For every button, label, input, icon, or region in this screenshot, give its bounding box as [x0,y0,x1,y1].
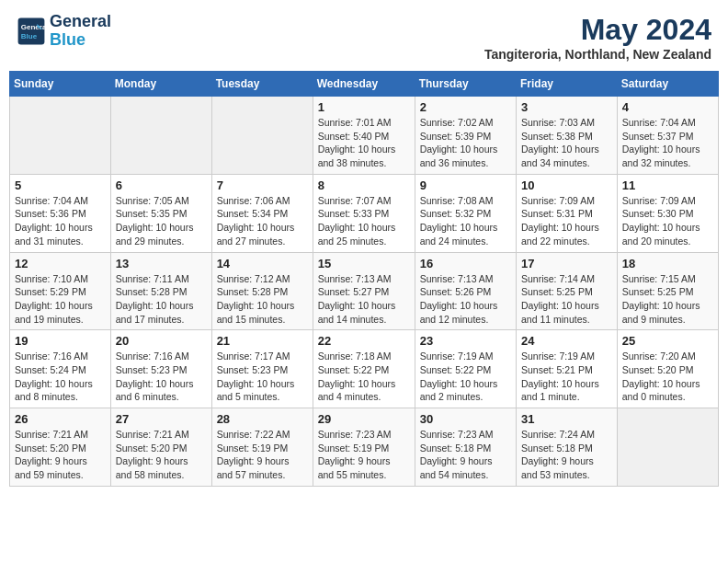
calendar-cell: 10Sunrise: 7:09 AM Sunset: 5:31 PM Dayli… [517,174,618,252]
day-info: Sunrise: 7:16 AM Sunset: 5:23 PM Dayligh… [116,350,207,404]
calendar-cell: 27Sunrise: 7:21 AM Sunset: 5:20 PM Dayli… [110,408,211,487]
day-info: Sunrise: 7:18 AM Sunset: 5:22 PM Dayligh… [318,350,410,404]
calendar-cell: 19Sunrise: 7:16 AM Sunset: 5:24 PM Dayli… [10,330,111,408]
day-info: Sunrise: 7:14 AM Sunset: 5:25 PM Dayligh… [521,272,612,327]
day-info: Sunrise: 7:20 AM Sunset: 5:20 PM Dayligh… [622,350,713,404]
day-info: Sunrise: 7:10 AM Sunset: 5:29 PM Dayligh… [15,272,106,327]
day-info: Sunrise: 7:06 AM Sunset: 5:34 PM Dayligh… [217,194,308,248]
day-number: 21 [217,334,308,348]
calendar-cell: 21Sunrise: 7:17 AM Sunset: 5:23 PM Dayli… [211,330,313,408]
calendar-cell: 9Sunrise: 7:08 AM Sunset: 5:32 PM Daylig… [415,174,516,252]
day-number: 27 [116,412,207,426]
day-info: Sunrise: 7:16 AM Sunset: 5:24 PM Dayligh… [15,350,106,404]
day-number: 17 [521,257,612,270]
day-info: Sunrise: 7:13 AM Sunset: 5:26 PM Dayligh… [420,272,511,327]
calendar-cell [617,408,718,487]
calendar-cell: 30Sunrise: 7:23 AM Sunset: 5:18 PM Dayli… [415,408,516,487]
day-info: Sunrise: 7:13 AM Sunset: 5:27 PM Dayligh… [318,272,410,327]
day-number: 11 [622,178,713,192]
day-info: Sunrise: 7:09 AM Sunset: 5:31 PM Dayligh… [521,194,612,248]
day-info: Sunrise: 7:02 AM Sunset: 5:39 PM Dayligh… [420,116,511,170]
calendar-cell: 5Sunrise: 7:04 AM Sunset: 5:36 PM Daylig… [10,174,111,252]
day-info: Sunrise: 7:09 AM Sunset: 5:30 PM Dayligh… [622,194,713,248]
day-number: 16 [420,257,511,270]
day-number: 30 [420,412,511,426]
logo-line1: General [50,13,111,31]
day-info: Sunrise: 7:19 AM Sunset: 5:21 PM Dayligh… [521,350,612,404]
calendar-cell [10,97,111,175]
day-info: Sunrise: 7:04 AM Sunset: 5:37 PM Dayligh… [622,116,713,170]
calendar-cell: 26Sunrise: 7:21 AM Sunset: 5:20 PM Dayli… [10,408,111,487]
calendar-week-row: 26Sunrise: 7:21 AM Sunset: 5:20 PM Dayli… [10,408,719,487]
day-info: Sunrise: 7:17 AM Sunset: 5:23 PM Dayligh… [217,350,308,404]
calendar-cell: 13Sunrise: 7:11 AM Sunset: 5:28 PM Dayli… [110,252,211,330]
day-info: Sunrise: 7:01 AM Sunset: 5:40 PM Dayligh… [318,116,410,170]
calendar-cell: 16Sunrise: 7:13 AM Sunset: 5:26 PM Dayli… [415,252,516,330]
day-number: 15 [318,257,410,270]
day-number: 18 [622,257,713,270]
day-number: 7 [217,178,308,192]
title-block: May 2024 Tangiteroria, Northland, New Ze… [484,13,711,62]
calendar-cell: 24Sunrise: 7:19 AM Sunset: 5:21 PM Dayli… [517,330,618,408]
calendar-cell [110,97,211,175]
calendar-cell: 29Sunrise: 7:23 AM Sunset: 5:19 PM Dayli… [313,408,415,487]
day-info: Sunrise: 7:21 AM Sunset: 5:20 PM Dayligh… [15,428,106,482]
calendar-cell: 14Sunrise: 7:12 AM Sunset: 5:28 PM Dayli… [211,252,313,330]
calendar-cell: 3Sunrise: 7:03 AM Sunset: 5:38 PM Daylig… [517,97,618,175]
logo: General Blue General Blue [17,13,111,50]
day-info: Sunrise: 7:19 AM Sunset: 5:22 PM Dayligh… [420,350,511,404]
location: Tangiteroria, Northland, New Zealand [484,47,711,62]
svg-text:Blue: Blue [21,32,38,40]
calendar-header-row: SundayMondayTuesdayWednesdayThursdayFrid… [10,72,719,97]
weekday-header: Monday [110,72,211,97]
page-header: General Blue General Blue May 2024 Tangi… [9,9,719,65]
day-info: Sunrise: 7:23 AM Sunset: 5:19 PM Dayligh… [318,428,410,482]
weekday-header: Sunday [10,72,111,97]
day-number: 6 [116,178,207,192]
day-number: 19 [15,334,106,348]
day-number: 24 [521,334,612,348]
calendar-cell: 1Sunrise: 7:01 AM Sunset: 5:40 PM Daylig… [313,97,415,175]
calendar-cell: 6Sunrise: 7:05 AM Sunset: 5:35 PM Daylig… [110,174,211,252]
calendar-table: SundayMondayTuesdayWednesdayThursdayFrid… [9,71,719,487]
day-info: Sunrise: 7:07 AM Sunset: 5:33 PM Dayligh… [318,194,410,248]
calendar-cell: 2Sunrise: 7:02 AM Sunset: 5:39 PM Daylig… [415,97,516,175]
logo-line2: Blue [50,31,111,50]
day-number: 23 [420,334,511,348]
calendar-cell: 20Sunrise: 7:16 AM Sunset: 5:23 PM Dayli… [110,330,211,408]
day-info: Sunrise: 7:21 AM Sunset: 5:20 PM Dayligh… [116,428,207,482]
day-number: 26 [15,412,106,426]
calendar-cell: 7Sunrise: 7:06 AM Sunset: 5:34 PM Daylig… [211,174,313,252]
logo-icon: General Blue [17,17,46,46]
calendar-week-row: 1Sunrise: 7:01 AM Sunset: 5:40 PM Daylig… [10,97,719,175]
day-number: 22 [318,334,410,348]
day-number: 3 [521,100,612,114]
day-number: 20 [116,334,207,348]
calendar-week-row: 5Sunrise: 7:04 AM Sunset: 5:36 PM Daylig… [10,174,719,252]
day-number: 28 [217,412,308,426]
day-info: Sunrise: 7:03 AM Sunset: 5:38 PM Dayligh… [521,116,612,170]
day-number: 2 [420,100,511,114]
day-number: 31 [521,412,612,426]
svg-text:General: General [21,23,46,31]
weekday-header: Tuesday [211,72,313,97]
calendar-cell: 15Sunrise: 7:13 AM Sunset: 5:27 PM Dayli… [313,252,415,330]
calendar-cell: 25Sunrise: 7:20 AM Sunset: 5:20 PM Dayli… [617,330,718,408]
calendar-cell: 8Sunrise: 7:07 AM Sunset: 5:33 PM Daylig… [313,174,415,252]
day-number: 8 [318,178,410,192]
day-number: 29 [318,412,410,426]
calendar-cell: 22Sunrise: 7:18 AM Sunset: 5:22 PM Dayli… [313,330,415,408]
day-info: Sunrise: 7:23 AM Sunset: 5:18 PM Dayligh… [420,428,511,482]
weekday-header: Friday [517,72,618,97]
day-number: 10 [521,178,612,192]
day-number: 14 [217,257,308,270]
day-info: Sunrise: 7:24 AM Sunset: 5:18 PM Dayligh… [521,428,612,482]
calendar-cell: 4Sunrise: 7:04 AM Sunset: 5:37 PM Daylig… [617,97,718,175]
month-year: May 2024 [484,13,711,47]
calendar-cell: 23Sunrise: 7:19 AM Sunset: 5:22 PM Dayli… [415,330,516,408]
day-info: Sunrise: 7:08 AM Sunset: 5:32 PM Dayligh… [420,194,511,248]
day-info: Sunrise: 7:12 AM Sunset: 5:28 PM Dayligh… [217,272,308,327]
logo-text: General Blue [50,13,111,50]
day-number: 25 [622,334,713,348]
calendar-week-row: 19Sunrise: 7:16 AM Sunset: 5:24 PM Dayli… [10,330,719,408]
